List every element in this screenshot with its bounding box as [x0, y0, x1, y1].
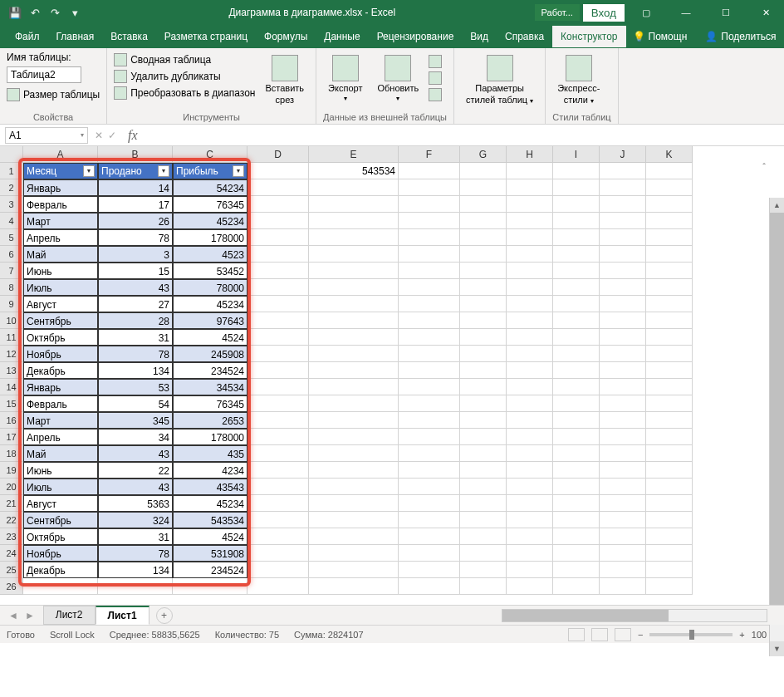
vertical-scrollbar[interactable]: ▲ ▼ — [769, 198, 784, 656]
cell[interactable] — [600, 163, 646, 179]
cell[interactable] — [553, 412, 600, 429]
cell[interactable] — [460, 462, 507, 479]
cell[interactable] — [646, 495, 693, 512]
cell[interactable]: Месяц▼ — [23, 163, 98, 179]
pivot-button[interactable]: Сводная таблица — [114, 52, 255, 68]
cell[interactable] — [460, 445, 507, 462]
zoom-in-icon[interactable]: + — [739, 630, 744, 640]
cell[interactable] — [247, 412, 309, 429]
cell[interactable] — [600, 412, 646, 429]
cell[interactable] — [507, 362, 553, 379]
cell[interactable]: 27 — [98, 296, 173, 312]
cell[interactable] — [460, 196, 507, 213]
cell[interactable]: Март — [23, 213, 98, 229]
refresh-button[interactable]: Обновить▾ — [372, 52, 424, 106]
cell[interactable]: 3 — [98, 246, 173, 263]
cell[interactable] — [600, 279, 646, 296]
cell[interactable] — [553, 196, 600, 213]
style-options-button[interactable]: Параметрыстилей таблиц ▾ — [461, 52, 538, 108]
dedup-button[interactable]: Удалить дубликаты — [114, 68, 255, 85]
cell[interactable]: 45234 — [173, 495, 247, 512]
row-header[interactable]: 25 — [0, 562, 23, 578]
cell[interactable] — [399, 329, 460, 346]
row-header[interactable]: 23 — [0, 528, 23, 545]
maximize-icon[interactable]: ☐ — [708, 0, 744, 25]
cell[interactable] — [553, 279, 600, 296]
row-header[interactable]: 6 — [0, 246, 23, 263]
cell[interactable] — [460, 362, 507, 379]
cell[interactable] — [507, 263, 553, 279]
cell[interactable] — [646, 296, 693, 312]
cell[interactable] — [98, 578, 173, 595]
cell[interactable] — [507, 395, 553, 412]
col-header[interactable]: D — [247, 146, 309, 163]
cell[interactable]: 531908 — [173, 545, 247, 562]
cell[interactable] — [553, 163, 600, 179]
cell[interactable]: Январь — [23, 179, 98, 196]
col-header[interactable]: H — [507, 146, 553, 163]
cell[interactable] — [399, 279, 460, 296]
cell[interactable] — [247, 279, 309, 296]
cell[interactable]: 234524 — [173, 562, 247, 578]
cell[interactable] — [507, 213, 553, 229]
cell[interactable] — [507, 495, 553, 512]
row-header[interactable]: 26 — [0, 578, 23, 595]
cell[interactable] — [399, 362, 460, 379]
cell[interactable]: 43 — [98, 479, 173, 495]
cell[interactable] — [247, 229, 309, 246]
scroll-thumb[interactable] — [770, 213, 784, 611]
cell[interactable] — [600, 329, 646, 346]
cell[interactable] — [309, 545, 399, 562]
cell[interactable]: 178000 — [173, 429, 247, 445]
cell[interactable] — [399, 246, 460, 263]
tab-вид[interactable]: Вид — [462, 26, 497, 47]
cell[interactable]: Июль — [23, 479, 98, 495]
cell[interactable] — [600, 578, 646, 595]
link-props-icon[interactable] — [429, 55, 442, 68]
name-box[interactable]: A1▾ — [5, 127, 88, 144]
cell[interactable] — [399, 562, 460, 578]
cell[interactable] — [507, 562, 553, 578]
cell[interactable]: 543534 — [309, 163, 399, 179]
cell[interactable] — [507, 479, 553, 495]
qat-dropdown-icon[interactable]: ▾ — [68, 6, 81, 19]
cell[interactable] — [646, 545, 693, 562]
cell[interactable] — [247, 362, 309, 379]
row-header[interactable]: 24 — [0, 545, 23, 562]
cell[interactable] — [399, 512, 460, 528]
cell[interactable] — [309, 229, 399, 246]
cell[interactable] — [507, 445, 553, 462]
cell[interactable] — [553, 545, 600, 562]
cell[interactable] — [460, 229, 507, 246]
cell[interactable] — [247, 246, 309, 263]
scroll-up-icon[interactable]: ▲ — [770, 198, 784, 213]
cell[interactable] — [309, 312, 399, 329]
cell[interactable]: 53 — [98, 379, 173, 395]
minimize-icon[interactable]: — — [668, 0, 704, 25]
ribbon-options-icon[interactable]: ▢ — [628, 0, 664, 25]
row-header[interactable]: 3 — [0, 196, 23, 213]
cell[interactable]: 43 — [98, 279, 173, 296]
cell[interactable] — [247, 163, 309, 179]
cell[interactable] — [309, 528, 399, 545]
cell[interactable]: Апрель — [23, 429, 98, 445]
col-header[interactable]: E — [309, 146, 399, 163]
cell[interactable] — [646, 429, 693, 445]
cell[interactable] — [247, 512, 309, 528]
row-header[interactable]: 21 — [0, 495, 23, 512]
cell[interactable] — [553, 512, 600, 528]
cell[interactable] — [247, 329, 309, 346]
cell[interactable] — [553, 562, 600, 578]
cell[interactable] — [399, 545, 460, 562]
cell[interactable] — [247, 445, 309, 462]
cell[interactable] — [600, 495, 646, 512]
cell[interactable]: Май — [23, 246, 98, 263]
row-header[interactable]: 12 — [0, 346, 23, 362]
cell[interactable] — [553, 462, 600, 479]
cell[interactable]: Прибыль▼ — [173, 163, 247, 179]
tab-справка[interactable]: Справка — [497, 26, 552, 47]
cell[interactable] — [600, 462, 646, 479]
unlink-icon[interactable] — [429, 88, 442, 101]
enter-formula-icon[interactable]: ✓ — [108, 130, 116, 141]
cell[interactable] — [507, 279, 553, 296]
